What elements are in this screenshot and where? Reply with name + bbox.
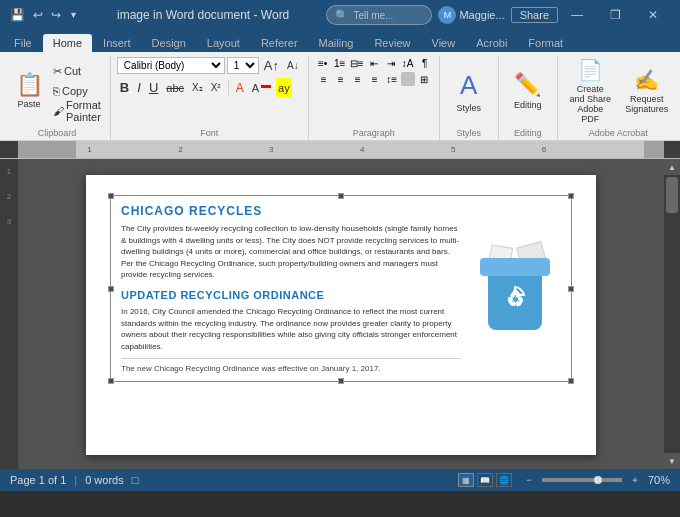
font-grow-btn[interactable]: A↑ xyxy=(261,56,282,75)
close-btn[interactable]: ✕ xyxy=(634,0,672,30)
superscript-btn[interactable]: X² xyxy=(208,78,224,97)
justify-btn[interactable]: ≡ xyxy=(367,72,383,86)
resize-handle-bm[interactable] xyxy=(338,378,344,384)
resize-handle-br[interactable] xyxy=(568,378,574,384)
editing-btn[interactable]: ✏️ Editing xyxy=(505,68,551,114)
doc-page: CHICAGO RECYCLES The City provides bi-we… xyxy=(86,175,596,455)
tab-format[interactable]: Format xyxy=(518,34,573,52)
tab-review[interactable]: Review xyxy=(364,34,420,52)
page-info: Page 1 of 1 xyxy=(10,474,66,486)
resize-handle-mr[interactable] xyxy=(568,286,574,292)
tab-home[interactable]: Home xyxy=(43,34,92,52)
italic-btn[interactable]: I xyxy=(134,78,144,97)
line-spacing-btn[interactable]: ↕≡ xyxy=(384,72,400,86)
zoom-in-btn[interactable]: ＋ xyxy=(630,473,640,487)
ruler-mark-4: 4 xyxy=(360,145,364,154)
font-size-select[interactable]: 11 xyxy=(227,57,259,74)
bin-body: ♻ xyxy=(488,272,542,330)
user-name[interactable]: Maggie... xyxy=(459,9,504,21)
bold-btn[interactable]: B xyxy=(117,78,132,97)
scroll-thumb[interactable] xyxy=(666,177,678,213)
ruler-mark-6: 6 xyxy=(542,145,546,154)
redo-qa-btn[interactable]: ↪ xyxy=(49,6,63,24)
vruler-2: 2 xyxy=(7,192,11,201)
editing-group-label: Editing xyxy=(499,128,557,138)
tab-referer[interactable]: Referer xyxy=(251,34,308,52)
resize-handle-bl[interactable] xyxy=(108,378,114,384)
highlight-btn[interactable]: ay xyxy=(276,78,292,97)
bullets-btn[interactable]: ≡• xyxy=(315,56,331,70)
font-shrink-btn[interactable]: A↓ xyxy=(284,56,302,75)
scroll-up-btn[interactable]: ▲ xyxy=(664,159,680,175)
paste-btn[interactable]: 📋 Paste xyxy=(10,71,48,111)
customize-qa-btn[interactable]: ▼ xyxy=(67,8,80,22)
scroll-down-btn[interactable]: ▼ xyxy=(664,453,680,469)
numbering-btn[interactable]: 1≡ xyxy=(332,56,348,70)
image-text-content: CHICAGO RECYCLES The City provides bi-we… xyxy=(121,204,461,373)
vruler-3: 3 xyxy=(7,217,11,226)
multilevel-btn[interactable]: ⊟≡ xyxy=(349,56,365,70)
status-bar: Page 1 of 1 | 0 words □ ▦ 📖 🌐 － ＋ 70% xyxy=(0,469,680,491)
window-controls: — ❐ ✕ xyxy=(558,0,672,30)
tab-insert[interactable]: Insert xyxy=(93,34,141,52)
editing-group: ✏️ Editing Editing xyxy=(499,56,558,140)
scroll-track[interactable] xyxy=(664,175,680,453)
clear-format-btn[interactable]: A xyxy=(233,78,247,97)
ruler-mark-3: 3 xyxy=(269,145,273,154)
zoom-slider-thumb[interactable] xyxy=(594,476,602,484)
resize-handle-ml[interactable] xyxy=(108,286,114,292)
subscript-btn[interactable]: X₂ xyxy=(189,78,206,97)
align-left-btn[interactable]: ≡ xyxy=(316,72,332,86)
tell-me-box[interactable]: 🔍 xyxy=(326,5,432,25)
underline-btn[interactable]: U xyxy=(146,78,161,97)
tab-view[interactable]: View xyxy=(422,34,466,52)
tab-layout[interactable]: Layout xyxy=(197,34,250,52)
borders-btn[interactable]: ⊞ xyxy=(416,72,432,86)
vertical-scrollbar[interactable]: ▲ ▼ xyxy=(664,159,680,469)
svg-text:♻: ♻ xyxy=(506,289,524,311)
copy-icon: ⎘ xyxy=(53,85,60,97)
tab-mailing[interactable]: Mailing xyxy=(309,34,364,52)
ruler-content: 1 2 3 4 5 6 xyxy=(76,141,644,158)
resize-handle-tm[interactable] xyxy=(338,193,344,199)
tell-me-input[interactable] xyxy=(353,10,423,21)
format-painter-btn[interactable]: 🖌 Format Painter xyxy=(50,102,104,121)
increase-indent-btn[interactable]: ⇥ xyxy=(383,56,399,70)
create-pdf-btn[interactable]: 📄 Create and Share Adobe PDF xyxy=(564,56,617,126)
zoom-out-btn[interactable]: － xyxy=(524,473,534,487)
cut-btn[interactable]: ✂ Cut xyxy=(50,62,104,81)
recycle-symbol: ♻ xyxy=(497,283,533,319)
resize-handle-tr[interactable] xyxy=(568,193,574,199)
image-container[interactable]: CHICAGO RECYCLES The City provides bi-we… xyxy=(110,195,572,382)
adobe-group-label: Adobe Acrobat xyxy=(558,128,679,138)
maximize-btn[interactable]: ❐ xyxy=(596,0,634,30)
font-name-select[interactable]: Calibri (Body) xyxy=(117,57,225,74)
print-layout-btn[interactable]: ▦ xyxy=(458,473,474,487)
web-layout-btn[interactable]: 🌐 xyxy=(496,473,512,487)
font-color-btn[interactable]: A xyxy=(249,78,274,97)
show-hide-btn[interactable]: ¶ xyxy=(417,56,433,70)
copy-btn[interactable]: ⎘ Copy xyxy=(50,82,104,101)
zoom-slider[interactable] xyxy=(542,478,622,482)
tab-design[interactable]: Design xyxy=(142,34,196,52)
paragraph-group: ≡• 1≡ ⊟≡ ⇤ ⇥ ↕A ¶ ≡ ≡ ≡ ≡ ↕≡ ⊞ Paragraph xyxy=(309,56,440,140)
editing-label: Editing xyxy=(514,100,542,110)
save-qa-btn[interactable]: 💾 xyxy=(8,6,27,24)
read-mode-btn[interactable]: 📖 xyxy=(477,473,493,487)
minimize-btn[interactable]: — xyxy=(558,0,596,30)
strikethrough-btn[interactable]: abc xyxy=(163,78,187,97)
align-center-btn[interactable]: ≡ xyxy=(333,72,349,86)
decrease-indent-btn[interactable]: ⇤ xyxy=(366,56,382,70)
share-btn[interactable]: Share xyxy=(511,7,558,23)
tab-acrobat[interactable]: Acrobi xyxy=(466,34,517,52)
title-bar: 💾 ↩ ↪ ▼ image in Word document - Word 🔍 … xyxy=(0,0,680,30)
tab-file[interactable]: File xyxy=(4,34,42,52)
sort-btn[interactable]: ↕A xyxy=(400,56,416,70)
undo-qa-btn[interactable]: ↩ xyxy=(31,6,45,24)
shading-btn[interactable] xyxy=(401,72,415,86)
styles-btn[interactable]: A Styles xyxy=(446,68,492,114)
request-signatures-btn[interactable]: ✍️ Request Signatures xyxy=(621,66,673,116)
resize-handle-tl[interactable] xyxy=(108,193,114,199)
ruler-mark-1: 1 xyxy=(87,145,91,154)
align-right-btn[interactable]: ≡ xyxy=(350,72,366,86)
